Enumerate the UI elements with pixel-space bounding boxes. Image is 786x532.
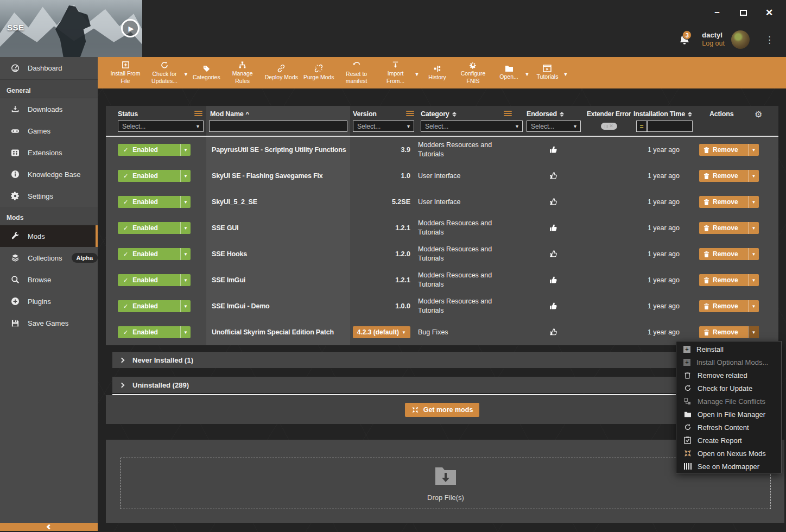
- menu-item-open-on-nexus-mods[interactable]: Open on Nexus Mods: [676, 447, 781, 460]
- get-more-mods-button[interactable]: Get more mods: [405, 403, 480, 417]
- menu-item-create-report[interactable]: Create Report: [676, 434, 781, 447]
- remove-button[interactable]: Remove▼: [699, 222, 759, 234]
- sidebar-item-mods[interactable]: Mods: [0, 225, 98, 247]
- endorse-button[interactable]: [524, 302, 584, 311]
- check-for-updates-button[interactable]: Check for Updates... ▼: [145, 61, 189, 85]
- table-row[interactable]: ✓Enabled▼ SkyUI_5_2_SE 5.2SE5.2SE▼ User …: [106, 189, 778, 215]
- table-row[interactable]: ✓Enabled▼ PapyrusUtil SE - Scripting Uti…: [106, 137, 778, 163]
- enable-toggle-button[interactable]: ✓Enabled▼: [118, 222, 191, 234]
- caret-down-icon[interactable]: ▼: [748, 144, 759, 156]
- tutorials-button[interactable]: Tutorials ▼: [531, 65, 569, 80]
- notifications-bell-icon[interactable]: 3: [678, 31, 694, 48]
- remove-button[interactable]: Remove▼: [699, 274, 759, 286]
- enable-toggle-button[interactable]: ✓Enabled▼: [118, 326, 191, 338]
- status-column-menu-icon[interactable]: [194, 111, 202, 117]
- enable-toggle-button[interactable]: ✓Enabled▼: [118, 144, 191, 156]
- table-row[interactable]: ✓Enabled▼ SSE GUI 1.2.11.2.1▼ Modders Re…: [106, 215, 778, 241]
- menu-item-remove-related[interactable]: Remove related: [676, 369, 781, 382]
- sidebar-item-settings[interactable]: Settings: [0, 185, 98, 207]
- caret-down-icon[interactable]: ▼: [748, 300, 759, 312]
- sidebar-item-knowledge-base[interactable]: Knowledge Base: [0, 163, 98, 185]
- caret-down-icon[interactable]: ▼: [748, 196, 759, 208]
- enable-toggle-button[interactable]: ✓Enabled▼: [118, 196, 191, 208]
- caret-down-icon[interactable]: ▼: [748, 326, 759, 338]
- menu-item-manage-file-conflicts[interactable]: Manage File Conflicts: [676, 395, 781, 408]
- table-row[interactable]: ✓Enabled▼ SSE ImGui 1.2.11.2.1▼ Modders …: [106, 267, 778, 293]
- version-filter-select[interactable]: Select...: [353, 121, 414, 132]
- logout-link[interactable]: Log out: [702, 40, 725, 48]
- remove-button[interactable]: Remove▼: [699, 326, 759, 338]
- reset-to-manifest-button[interactable]: Reset to manifest: [338, 61, 376, 85]
- sidebar-item-extensions[interactable]: Extensions: [0, 142, 98, 163]
- sidebar-item-games[interactable]: Games: [0, 120, 98, 142]
- purge-mods-button[interactable]: Purge Mods: [301, 64, 337, 81]
- menu-item-refresh-content[interactable]: Refresh Content: [676, 421, 781, 434]
- play-icon[interactable]: ▶: [121, 19, 140, 37]
- time-filter-input[interactable]: [647, 121, 693, 132]
- sidebar-item-save-games[interactable]: Save Games: [0, 312, 98, 334]
- caret-down-icon[interactable]: ▼: [748, 274, 759, 286]
- endorsed-filter-select[interactable]: Select...: [527, 121, 581, 132]
- sidebar-item-collections[interactable]: Collections Alpha: [0, 247, 98, 269]
- category-column-menu-icon[interactable]: [504, 111, 512, 117]
- column-category[interactable]: Category: [421, 110, 457, 118]
- categories-button[interactable]: Categories: [191, 65, 223, 81]
- kebab-menu-icon[interactable]: ⋮: [765, 34, 774, 46]
- remove-button[interactable]: Remove▼: [699, 300, 759, 312]
- table-row[interactable]: ✓Enabled▼ SSE Hooks 1.2.01.2.0▼ Modders …: [106, 241, 778, 267]
- enable-toggle-button[interactable]: ✓Enabled▼: [118, 300, 191, 312]
- remove-button[interactable]: Remove▼: [699, 248, 759, 260]
- extender-error-filter-toggle[interactable]: ✕: [601, 123, 617, 130]
- import-from-button[interactable]: Import From... ▼: [377, 61, 421, 84]
- menu-item-check-for-update[interactable]: Check for Update: [676, 382, 781, 395]
- caret-down-icon[interactable]: ▼: [748, 248, 759, 260]
- configure-fnis-button[interactable]: Configure FNIS: [454, 61, 492, 84]
- deploy-mods-button[interactable]: Deploy Mods: [263, 64, 300, 81]
- endorse-button[interactable]: [524, 145, 584, 155]
- endorse-button[interactable]: [524, 172, 584, 181]
- menu-item-reinstall[interactable]: +Reinstall: [676, 343, 781, 356]
- remove-button[interactable]: Remove▼: [699, 196, 759, 208]
- endorse-button[interactable]: [524, 224, 584, 233]
- avatar[interactable]: [731, 30, 750, 49]
- version-dropdown[interactable]: 4.2.3 (default)▼: [353, 326, 410, 338]
- menu-item-install-optional-mods[interactable]: +Install Optional Mods...: [676, 356, 781, 369]
- drop-files-zone[interactable]: Drop File(s): [121, 458, 771, 509]
- enable-toggle-button[interactable]: ✓Enabled▼: [118, 170, 191, 182]
- category-filter-select[interactable]: Select...: [421, 121, 523, 132]
- table-row[interactable]: ✓Enabled▼ SkyUI SE - Flashing Savegames …: [106, 163, 778, 189]
- version-column-menu-icon[interactable]: [406, 111, 414, 117]
- caret-down-icon[interactable]: ▼: [748, 222, 759, 234]
- enable-toggle-button[interactable]: ✓Enabled▼: [118, 248, 191, 260]
- install-from-file-button[interactable]: Install From File: [106, 61, 144, 84]
- column-endorsed[interactable]: Endorsed: [527, 110, 564, 118]
- minimize-button[interactable]: –: [710, 5, 724, 20]
- manage-rules-button[interactable]: Manage Rules: [224, 61, 262, 84]
- endorse-button[interactable]: [524, 198, 584, 207]
- table-row[interactable]: ✓Enabled▼ SSE ImGui - Demo 1.0.01.0.0▼ M…: [106, 293, 778, 319]
- menu-item-open-in-file-manager[interactable]: Open in File Manager: [676, 408, 781, 421]
- table-settings-gear-icon[interactable]: ⚙: [755, 109, 762, 119]
- history-button[interactable]: History: [422, 65, 453, 81]
- close-button[interactable]: ✕: [762, 5, 776, 20]
- sidebar-collapse-button[interactable]: [0, 523, 98, 531]
- sidebar-item-dashboard[interactable]: Dashboard: [0, 57, 98, 80]
- status-filter-select[interactable]: Select...: [118, 121, 204, 132]
- column-mod-name[interactable]: Mod Name^: [210, 110, 249, 118]
- sidebar-item-downloads[interactable]: Downloads: [0, 98, 98, 120]
- sidebar-item-plugins[interactable]: Plugins: [0, 290, 98, 312]
- remove-button[interactable]: Remove▼: [699, 170, 759, 182]
- enable-toggle-button[interactable]: ✓Enabled▼: [118, 274, 191, 286]
- endorse-button[interactable]: [524, 276, 584, 285]
- column-installation-time[interactable]: Installation Time: [633, 110, 692, 118]
- open-button[interactable]: Open... ▼: [493, 65, 531, 80]
- menu-item-see-on-modmapper[interactable]: See on Modmapper: [676, 460, 781, 473]
- endorse-button[interactable]: [524, 328, 584, 337]
- caret-down-icon[interactable]: ▼: [748, 170, 759, 182]
- sidebar-item-browse[interactable]: Browse: [0, 269, 98, 290]
- remove-button[interactable]: Remove▼: [699, 144, 759, 156]
- maximize-button[interactable]: [736, 5, 750, 20]
- endorse-button[interactable]: [524, 250, 584, 259]
- game-banner[interactable]: SSE ▶: [0, 0, 142, 57]
- mod-name-filter-input[interactable]: [209, 121, 347, 132]
